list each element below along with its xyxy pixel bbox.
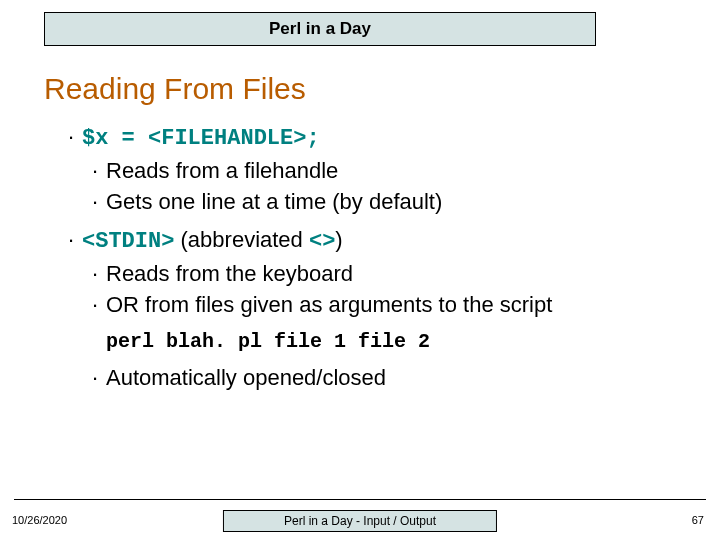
bullet-level1: $x = <FILEHANDLE>; [68,122,690,154]
bullet-level2: Reads from a filehandle [92,156,690,186]
header-box: Perl in a Day [44,12,596,46]
footer-page-number: 67 [692,514,704,526]
code-snippet: <> [309,229,335,254]
code-snippet: $x = <FILEHANDLE>; [82,126,320,151]
footer-date: 10/26/2020 [12,514,67,526]
code-command: perl blah. pl file 1 file 2 [106,328,690,355]
bullet-level1: <STDIN> (abbreviated <>) [68,225,690,257]
footer-divider [14,499,706,500]
bullet-level2: Reads from the keyboard [92,259,690,289]
bullet-level2: Gets one line at a time (by default) [92,187,690,217]
bullet-level2: OR from files given as arguments to the … [92,290,690,320]
page-title: Reading From Files [44,72,306,106]
text-fragment: (abbreviated [174,227,309,252]
footer-center: Perl in a Day - Input / Output [223,510,497,532]
bullet-level2: Automatically opened/closed [92,363,690,393]
slide-content: $x = <FILEHANDLE>; Reads from a filehand… [68,120,690,395]
header-title: Perl in a Day [269,19,371,39]
text-fragment: ) [335,227,342,252]
code-snippet: <STDIN> [82,229,174,254]
